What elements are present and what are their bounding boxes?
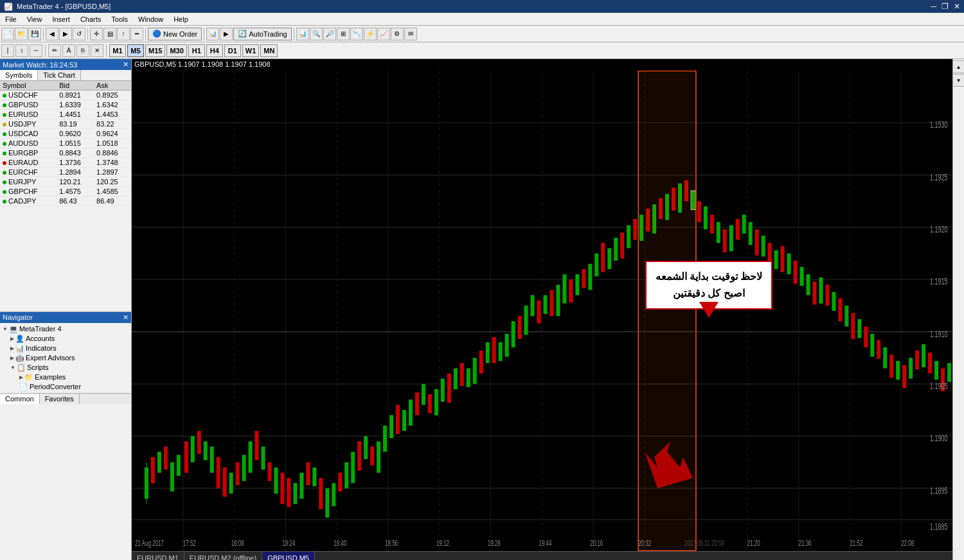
market-watch-row[interactable]: USDCAD 0.9620 0.9624 — [0, 129, 131, 139]
volume-button[interactable]: 📉 — [350, 28, 363, 40]
market-watch-row[interactable]: EURCHF 1.2894 1.2897 — [0, 168, 131, 177]
market-watch-row[interactable]: USDJPY 83.19 83.22 — [0, 119, 131, 129]
svg-rect-78 — [479, 351, 483, 374]
period-h1[interactable]: H1 — [188, 44, 205, 57]
indicators-button[interactable]: ⚡ — [364, 28, 377, 40]
menu-charts[interactable]: Charts — [75, 14, 106, 24]
tree-expert-advisors[interactable]: ▶ 🤖 Expert Advisors — [1, 353, 130, 363]
nav-tab-common[interactable]: Common — [0, 394, 40, 404]
ask-cell: 86.49 — [94, 197, 131, 206]
settings-cog[interactable]: ⚙ — [391, 28, 404, 40]
svg-rect-132 — [825, 284, 829, 306]
market-watch-row[interactable]: EURJPY 120.21 120.25 — [0, 177, 131, 187]
navigator-bottom-tabs[interactable]: Common Favorites — [0, 393, 131, 404]
email-button[interactable]: ✉ — [404, 28, 417, 40]
tree-accounts[interactable]: ▶ 👤 Accounts — [1, 334, 130, 344]
period-m15[interactable]: M15 — [145, 44, 165, 57]
mw-tab-tickchart[interactable]: Tick Chart — [38, 70, 81, 80]
market-watch-row[interactable]: EURAUD 1.3736 1.3748 — [0, 158, 131, 168]
text-tool[interactable]: A — [62, 44, 75, 57]
crosshair-button[interactable]: ✛ — [90, 28, 103, 40]
nav-tab-favorites[interactable]: Favorites — [40, 394, 80, 404]
market-watch-row[interactable]: CADJPY 86.43 86.49 — [0, 197, 131, 206]
chart-tab-gbpusd-m5[interactable]: GBPUSD,M5 — [262, 552, 315, 560]
navigator-close[interactable]: ✕ — [123, 313, 129, 322]
minimize-button[interactable]: ─ — [931, 2, 936, 11]
period-w1[interactable]: W1 — [242, 44, 260, 57]
titlebar-controls[interactable]: ─ ❐ ✕ — [931, 2, 960, 11]
chart-tab-eurusd-m1[interactable]: EURUSD,M1 — [132, 552, 184, 560]
line-button[interactable]: ━ — [130, 28, 143, 40]
svg-rect-93 — [575, 274, 579, 295]
bid-cell: 1.6339 — [57, 100, 94, 110]
close-button[interactable]: ✕ — [954, 2, 960, 11]
tree-metatrader4[interactable]: ▼ 💻 MetaTrader 4 — [1, 324, 130, 334]
svg-rect-29 — [164, 446, 168, 469]
separator-3 — [145, 28, 146, 40]
menu-insert[interactable]: Insert — [47, 14, 75, 24]
market-watch-row[interactable]: EURUSD 1.4451 1.4453 — [0, 110, 131, 119]
autotrading-button[interactable]: ▶ — [220, 28, 233, 40]
rt-up-button[interactable]: ▲ — [952, 60, 965, 73]
menu-help[interactable]: Help — [168, 14, 193, 24]
indicator2-button[interactable]: 📈 — [377, 28, 390, 40]
zoom-chart-button[interactable]: 🔍 — [310, 28, 323, 40]
new-button[interactable]: 📄 — [1, 28, 14, 40]
autotrading-text-button[interactable]: 🔄 AutoTrading — [233, 28, 292, 40]
market-watch-row[interactable]: GBPCHF 1.4575 1.4585 — [0, 187, 131, 197]
chart-area[interactable]: GBPUSD,M5 1.1907 1.1908 1.1907 1.1908 — [132, 59, 952, 560]
open-button[interactable]: 📁 — [15, 28, 28, 40]
save-button[interactable]: 💾 — [28, 28, 41, 40]
menu-window[interactable]: Window — [133, 14, 168, 24]
menu-view[interactable]: View — [22, 14, 48, 24]
minus-tool[interactable]: ─ — [30, 44, 42, 57]
period-mn[interactable]: MN — [260, 44, 278, 57]
bar-chart-button[interactable]: 📊 — [296, 28, 309, 40]
rt-down-button[interactable]: ▼ — [952, 74, 965, 87]
delete-tool[interactable]: ✕ — [91, 44, 103, 57]
svg-rect-88 — [543, 295, 547, 314]
market-watch-row[interactable]: EURGBP 0.8843 0.8846 — [0, 148, 131, 158]
pencil-tool[interactable]: ✏ — [48, 44, 61, 57]
back-button[interactable]: ◀ — [46, 28, 58, 40]
tree-label-scripts: Scripts — [27, 363, 49, 371]
refresh-button[interactable]: ↺ — [73, 28, 85, 40]
period-m5[interactable]: M5 — [127, 44, 144, 57]
period-d1[interactable]: D1 — [224, 44, 241, 57]
forward-button[interactable]: ▶ — [59, 28, 72, 40]
arrow-button[interactable]: ↑ — [117, 28, 130, 40]
svg-text:1.1530: 1.1530 — [930, 119, 948, 130]
menu-file[interactable]: File — [0, 14, 22, 24]
grid-button[interactable]: ⊞ — [337, 28, 350, 40]
market-watch-tabs[interactable]: Symbols Tick Chart — [0, 70, 131, 81]
tree-period-converter[interactable]: 📄 PeriodConverter — [1, 382, 130, 392]
zoom-in-button[interactable]: ▤ — [103, 28, 116, 40]
price-dot — [3, 123, 6, 127]
line-tool[interactable]: | — [1, 44, 14, 57]
new-order-button[interactable]: 🔵 New Order — [148, 28, 202, 40]
bid-cell: 1.2894 — [57, 168, 94, 177]
mw-tab-symbols[interactable]: Symbols — [0, 70, 38, 80]
market-watch-close[interactable]: ✕ — [123, 60, 129, 69]
tree-examples[interactable]: ▶ 📁 Examples — [1, 372, 130, 382]
tree-indicators[interactable]: ▶ 📊 Indicators — [1, 344, 130, 353]
market-watch-row[interactable]: GBPUSD 1.6339 1.6342 — [0, 100, 131, 110]
period-m30[interactable]: M30 — [166, 44, 186, 57]
copy-tool[interactable]: ⎘ — [76, 44, 89, 57]
zoom-out-button[interactable]: 🔎 — [323, 28, 336, 40]
restore-button[interactable]: ❐ — [942, 2, 949, 11]
bid-cell: 0.8843 — [57, 148, 94, 158]
period-m1[interactable]: M1 — [109, 44, 126, 57]
market-watch-row[interactable]: USDCHF 0.8921 0.8925 — [0, 91, 131, 100]
tree-scripts[interactable]: ▼ 📋 Scripts — [1, 363, 130, 372]
chart-tabs[interactable]: EURUSD,M1 EURUSD,M2 (offline) GBPUSD,M5 — [132, 551, 952, 560]
market-watch-row[interactable]: AUDUSD 1.0515 1.0518 — [0, 139, 131, 148]
chart-tab-eurusd-m2[interactable]: EURUSD,M2 (offline) — [184, 552, 262, 560]
svg-rect-41 — [242, 455, 246, 481]
right-toolbar: ▲ ▼ — [952, 59, 964, 560]
period-h4[interactable]: H4 — [206, 44, 223, 57]
svg-text:1.1885: 1.1885 — [930, 521, 948, 532]
menu-tools[interactable]: Tools — [106, 14, 133, 24]
cursor-tool[interactable]: ↕ — [15, 44, 28, 57]
chart-up-button[interactable]: 📊 — [206, 28, 219, 40]
